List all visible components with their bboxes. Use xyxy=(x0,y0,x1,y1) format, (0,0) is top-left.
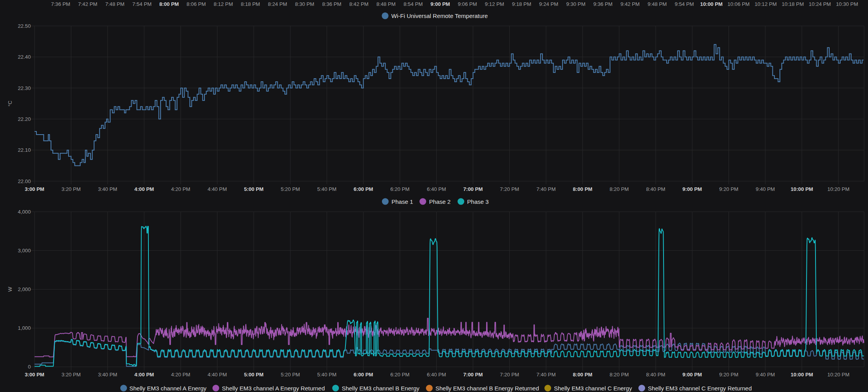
svg-text:8:54 PM: 8:54 PM xyxy=(403,1,423,7)
svg-text:1,000: 1,000 xyxy=(18,325,31,331)
svg-text:8:24 PM: 8:24 PM xyxy=(268,1,287,7)
svg-text:8:18 PM: 8:18 PM xyxy=(241,1,260,7)
svg-text:5:00 PM: 5:00 PM xyxy=(244,372,264,378)
svg-text:Shelly EM3 channel B Energy Re: Shelly EM3 channel B Energy Returned xyxy=(436,385,539,392)
svg-text:9:06 PM: 9:06 PM xyxy=(458,1,477,7)
svg-text:10:30 PM: 10:30 PM xyxy=(836,1,858,7)
svg-text:9:00 PM: 9:00 PM xyxy=(430,1,450,7)
svg-text:0: 0 xyxy=(28,364,31,370)
svg-text:Wi-Fi Universal Remote Tempera: Wi-Fi Universal Remote Temperature xyxy=(391,13,488,19)
svg-text:2,000: 2,000 xyxy=(18,286,31,292)
svg-text:°C: °C xyxy=(7,101,13,106)
svg-text:9:00 PM: 9:00 PM xyxy=(682,372,702,378)
svg-text:10:24 PM: 10:24 PM xyxy=(809,1,831,7)
svg-text:5:20 PM: 5:20 PM xyxy=(281,186,300,192)
svg-text:22.30: 22.30 xyxy=(18,85,31,91)
svg-text:9:40 PM: 9:40 PM xyxy=(756,186,775,192)
svg-text:8:30 PM: 8:30 PM xyxy=(295,1,314,7)
svg-text:Shelly EM3 channel C Energy Re: Shelly EM3 channel C Energy Returned xyxy=(648,385,752,392)
svg-text:7:48 PM: 7:48 PM xyxy=(105,1,125,7)
svg-text:9:12 PM: 9:12 PM xyxy=(485,1,504,7)
svg-text:7:36 PM: 7:36 PM xyxy=(51,1,70,7)
svg-text:10:00 PM: 10:00 PM xyxy=(791,186,813,192)
svg-text:4:40 PM: 4:40 PM xyxy=(208,186,227,192)
svg-text:3:00 PM: 3:00 PM xyxy=(25,186,44,192)
svg-text:6:20 PM: 6:20 PM xyxy=(390,372,409,378)
svg-text:6:00 PM: 6:00 PM xyxy=(354,372,373,378)
svg-text:Shelly EM3 channel A Energy Re: Shelly EM3 channel A Energy Returned xyxy=(222,385,325,392)
svg-text:8:40 PM: 8:40 PM xyxy=(646,372,665,378)
svg-text:7:20 PM: 7:20 PM xyxy=(500,186,519,192)
svg-text:8:20 PM: 8:20 PM xyxy=(609,372,629,378)
svg-text:8:20 PM: 8:20 PM xyxy=(609,186,629,192)
svg-text:10:20 PM: 10:20 PM xyxy=(827,186,849,192)
svg-text:Shelly EM3 channel B Energy: Shelly EM3 channel B Energy xyxy=(342,385,420,392)
svg-text:22.00: 22.00 xyxy=(18,178,31,184)
svg-text:10:00 PM: 10:00 PM xyxy=(791,372,813,378)
svg-text:3:00 PM: 3:00 PM xyxy=(25,372,44,378)
svg-text:5:20 PM: 5:20 PM xyxy=(281,372,300,378)
svg-text:22.50: 22.50 xyxy=(18,23,31,29)
svg-text:7:00 PM: 7:00 PM xyxy=(463,372,483,378)
svg-text:8:00 PM: 8:00 PM xyxy=(159,1,179,7)
svg-text:5:40 PM: 5:40 PM xyxy=(317,372,336,378)
svg-text:7:40 PM: 7:40 PM xyxy=(537,372,556,378)
svg-text:8:12 PM: 8:12 PM xyxy=(214,1,233,7)
svg-text:W: W xyxy=(7,287,13,292)
svg-text:3,000: 3,000 xyxy=(18,248,31,254)
svg-text:9:48 PM: 9:48 PM xyxy=(647,1,667,7)
svg-text:10:20 PM: 10:20 PM xyxy=(827,372,849,378)
svg-text:7:54 PM: 7:54 PM xyxy=(132,1,152,7)
svg-text:9:20 PM: 9:20 PM xyxy=(719,186,738,192)
svg-text:7:20 PM: 7:20 PM xyxy=(500,372,519,378)
svg-text:6:40 PM: 6:40 PM xyxy=(427,372,446,378)
svg-text:8:06 PM: 8:06 PM xyxy=(186,1,206,7)
svg-text:10:06 PM: 10:06 PM xyxy=(727,1,749,7)
svg-text:9:24 PM: 9:24 PM xyxy=(539,1,558,7)
svg-text:9:18 PM: 9:18 PM xyxy=(512,1,531,7)
svg-text:3:40 PM: 3:40 PM xyxy=(98,186,117,192)
svg-text:4:00 PM: 4:00 PM xyxy=(134,186,154,192)
svg-text:10:18 PM: 10:18 PM xyxy=(782,1,804,7)
svg-text:4:00 PM: 4:00 PM xyxy=(134,372,154,378)
svg-text:8:00 PM: 8:00 PM xyxy=(573,186,592,192)
svg-text:10:00 PM: 10:00 PM xyxy=(700,1,723,7)
svg-text:8:40 PM: 8:40 PM xyxy=(646,186,665,192)
svg-text:Shelly EM3 channel C Energy: Shelly EM3 channel C Energy xyxy=(554,385,632,392)
svg-text:3:20 PM: 3:20 PM xyxy=(61,372,81,378)
svg-text:7:42 PM: 7:42 PM xyxy=(78,1,97,7)
svg-text:6:40 PM: 6:40 PM xyxy=(427,186,446,192)
svg-text:9:20 PM: 9:20 PM xyxy=(719,372,738,378)
svg-text:Phase 1: Phase 1 xyxy=(392,198,413,205)
svg-text:22.40: 22.40 xyxy=(18,54,31,60)
svg-text:3:20 PM: 3:20 PM xyxy=(61,186,81,192)
svg-text:8:42 PM: 8:42 PM xyxy=(349,1,369,7)
svg-text:5:00 PM: 5:00 PM xyxy=(244,186,264,192)
svg-text:6:20 PM: 6:20 PM xyxy=(390,186,409,192)
svg-text:4:20 PM: 4:20 PM xyxy=(171,372,190,378)
svg-text:3:40 PM: 3:40 PM xyxy=(98,372,117,378)
svg-text:8:36 PM: 8:36 PM xyxy=(322,1,341,7)
svg-text:7:40 PM: 7:40 PM xyxy=(537,186,556,192)
svg-text:9:54 PM: 9:54 PM xyxy=(675,1,694,7)
svg-text:10:12 PM: 10:12 PM xyxy=(754,1,776,7)
svg-text:7:00 PM: 7:00 PM xyxy=(463,186,483,192)
svg-text:22.10: 22.10 xyxy=(18,147,31,153)
svg-text:4:20 PM: 4:20 PM xyxy=(171,186,190,192)
svg-text:4:40 PM: 4:40 PM xyxy=(208,372,227,378)
svg-text:8:00 PM: 8:00 PM xyxy=(573,372,592,378)
svg-text:9:40 PM: 9:40 PM xyxy=(756,372,775,378)
svg-text:4,000: 4,000 xyxy=(18,209,31,215)
svg-text:6:00 PM: 6:00 PM xyxy=(354,186,373,192)
svg-text:Phase 2: Phase 2 xyxy=(429,198,450,205)
svg-text:22.20: 22.20 xyxy=(18,116,31,122)
svg-text:9:30 PM: 9:30 PM xyxy=(566,1,586,7)
svg-text:8:48 PM: 8:48 PM xyxy=(376,1,396,7)
svg-text:Phase 3: Phase 3 xyxy=(467,198,489,205)
svg-text:5:40 PM: 5:40 PM xyxy=(317,186,336,192)
svg-text:9:42 PM: 9:42 PM xyxy=(620,1,640,7)
svg-text:Shelly EM3 channel A Energy: Shelly EM3 channel A Energy xyxy=(129,385,206,392)
svg-text:9:36 PM: 9:36 PM xyxy=(593,1,613,7)
svg-text:9:00 PM: 9:00 PM xyxy=(682,186,702,192)
